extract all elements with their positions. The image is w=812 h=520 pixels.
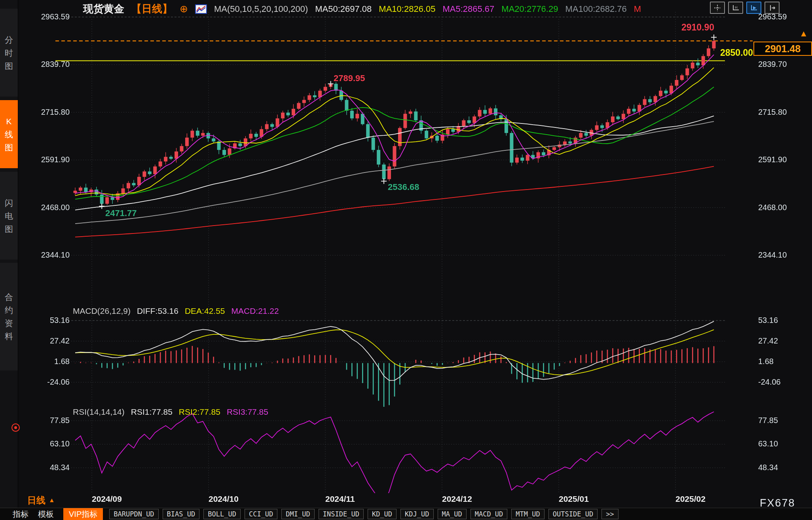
pan-crosshair-icon[interactable]: [710, 2, 725, 14]
dea-value: DEA:42.55: [185, 306, 225, 316]
resistance-price-label: 2850.00: [720, 47, 753, 58]
ma20-value: MA20:2776.29: [501, 4, 558, 14]
tab-模板[interactable]: 模板: [38, 509, 54, 520]
sidebar-item-char: 线: [5, 130, 13, 139]
sidebar-item-char: 图: [5, 225, 13, 233]
tab-macd_ud[interactable]: MACD_UD: [471, 509, 508, 519]
sidebar: 分时图K线图闪电图合约资料: [0, 0, 18, 520]
macd-title: MACD(26,12,9): [73, 306, 131, 316]
chart-application: 分时图K线图闪电图合约资料 现货黄金 【日线】 ⊕ MA(50,10,5,20,…: [0, 0, 812, 520]
date-axis-label: 2024/10: [209, 494, 239, 504]
sidebar-item-char: 图: [5, 62, 13, 70]
date-axis-label: 2025/02: [675, 494, 706, 504]
tab-kdj_ud[interactable]: KDJ_UD: [400, 509, 433, 519]
peak-price-label: 2789.95: [334, 73, 365, 84]
chart-header: 现货黄金 【日线】 ⊕ MA(50,10,5,20,100,200) MA50:…: [83, 2, 641, 16]
diff-value: DIFF:53.16: [137, 306, 178, 316]
ma100-value: MA100:2682.76: [565, 4, 626, 14]
price-axis-label-right: 2591.90: [758, 155, 812, 164]
sidebar-item-char: 电: [5, 212, 13, 220]
ma50-value: MA50:2697.08: [315, 4, 372, 14]
swing-high-label: 2910.90: [681, 22, 714, 33]
date-axis-label: 2025/01: [559, 494, 589, 504]
price-axis-label-left: 2839.70: [24, 60, 70, 69]
indicator-tab-bar: 指标模板VIP指标BARUPDN_UDBIAS_UDBOLL_UDCCI_UDD…: [0, 508, 812, 520]
add-compare-icon[interactable]: ⊕: [180, 3, 188, 15]
price-axis-label-left: 2344.10: [24, 251, 70, 260]
period-tag[interactable]: 【日线】: [131, 2, 173, 16]
macd-axis-label-right: -24.06: [758, 378, 812, 387]
sidebar-item-char: 时: [5, 49, 13, 57]
macd-axis-label-left: 27.42: [24, 336, 70, 345]
sidebar-item-char: 料: [5, 332, 13, 340]
tab-dmi_ud[interactable]: DMI_UD: [281, 509, 314, 519]
indicator-dot-icon[interactable]: [11, 423, 20, 432]
sidebar-item-char: 图: [5, 143, 13, 152]
chart-canvas[interactable]: [0, 0, 812, 520]
rsi-header: RSI(14,14,14) RSI1:77.85 RSI2:77.85 RSI3…: [73, 407, 268, 417]
rsi-axis-label-right: 48.34: [758, 463, 812, 472]
tab-outside_ud[interactable]: OUTSIDE_UD: [548, 509, 598, 519]
sidebar-item-char: 闪: [5, 199, 13, 207]
ma200-value-truncated: M: [634, 4, 641, 14]
date-axis-label: 2024/12: [442, 494, 472, 504]
price-axis-label-right: 2839.70: [758, 60, 812, 69]
tab-vip指标[interactable]: VIP指标: [63, 508, 103, 520]
date-axis-label: 2024/11: [325, 494, 355, 504]
tab->>[interactable]: >>: [601, 509, 618, 519]
symbol-title: 现货黄金: [83, 2, 124, 16]
rsi-axis-label-right: 77.85: [758, 416, 812, 425]
macd-axis-label-right: 1.68: [758, 357, 812, 366]
tab-boll_ud[interactable]: BOLL_UD: [203, 509, 241, 519]
macd-axis-label-left: 53.16: [24, 316, 70, 325]
price-axis-label-right: 2344.10: [758, 251, 812, 260]
tab-mtm_ud[interactable]: MTM_UD: [511, 509, 544, 519]
rsi1-value: RSI1:77.85: [131, 407, 173, 417]
sidebar-item-char: 资: [5, 319, 13, 327]
price-axis-label-left: 2591.90: [24, 155, 70, 164]
price-axis-label-right: 2715.80: [758, 108, 812, 117]
sidebar-item-2[interactable]: K线图: [0, 100, 18, 168]
tab-指标[interactable]: 指标: [13, 509, 28, 520]
tab-bias_ud[interactable]: BIAS_UD: [163, 509, 200, 519]
timeframe-arrow-icon: ▲: [49, 497, 55, 503]
current-price-box[interactable]: 2901.48: [753, 42, 812, 56]
rsi-axis-label-left: 48.34: [24, 463, 70, 472]
sidebar-item-char: 分: [5, 36, 13, 44]
price-axis-label-left: 2963.59: [24, 12, 70, 21]
price-axis-label-right: 2963.59: [758, 12, 812, 21]
macd-axis-label-right: 53.16: [758, 316, 812, 325]
svg-text:H: H: [735, 6, 738, 9]
tab-kd_ud[interactable]: KD_UD: [368, 509, 397, 519]
tab-ma_ud[interactable]: MA_UD: [438, 509, 467, 519]
price-axis-label-left: 2715.80: [24, 108, 70, 117]
sidebar-item-3[interactable]: 闪电图: [0, 172, 18, 260]
horizontal-scale-icon[interactable]: H: [728, 2, 743, 14]
macd-axis-label-left: 1.68: [24, 357, 70, 366]
macd-axis-label-left: -24.06: [24, 378, 70, 387]
rsi3-value: RSI3:77.85: [227, 407, 268, 417]
tab-cci_ud[interactable]: CCI_UD: [245, 509, 277, 519]
tab-barupdn_ud[interactable]: BARUPDN_UD: [109, 509, 158, 519]
chart-style-icon[interactable]: [195, 4, 207, 14]
tab-inside_ud[interactable]: INSIDE_UD: [319, 509, 364, 519]
sidebar-item-char: 约: [5, 306, 13, 314]
price-axis-label-left: 2468.00: [24, 203, 70, 212]
rsi-axis-label-left: 63.10: [24, 439, 70, 448]
ma5-value: MA5:2865.67: [442, 4, 494, 14]
date-axis-label: 2024/09: [92, 494, 122, 504]
rsi-axis-label-right: 63.10: [758, 439, 812, 448]
rsi2-value: RSI2:77.85: [179, 407, 220, 417]
macd-value: MACD:21.22: [231, 306, 279, 316]
macd-axis-label-right: 27.42: [758, 336, 812, 345]
swing-low1-label: 2471.77: [105, 208, 137, 218]
ma-settings: MA(50,10,5,20,100,200): [214, 4, 308, 14]
price-up-arrow-icon: ▲: [799, 28, 808, 39]
timeframe-selector[interactable]: 日线▲: [27, 494, 55, 507]
swing-low2-label: 2536.68: [388, 182, 419, 192]
price-axis-label-right: 2468.00: [758, 203, 812, 212]
sidebar-item-1[interactable]: 分时图: [0, 9, 18, 97]
sidebar-item-4[interactable]: 合约资料: [0, 263, 18, 370]
macd-header: MACD(26,12,9) DIFF:53.16 DEA:42.55 MACD:…: [73, 306, 279, 316]
sidebar-item-char: K: [6, 117, 11, 125]
